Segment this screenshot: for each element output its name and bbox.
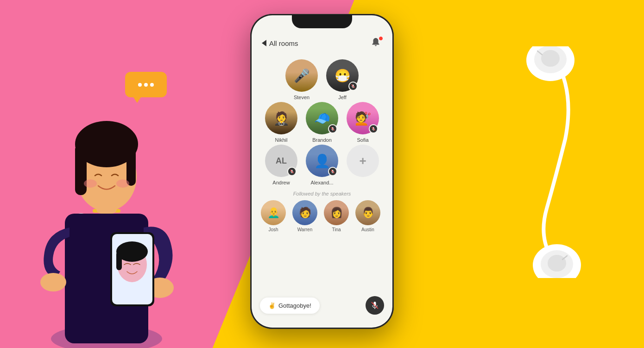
follower-item-tina: 👩 Tina [323,200,350,232]
brandon-avatar-wrapper: 🧢 [306,102,338,134]
all-rooms-title: All rooms [269,39,298,47]
follower-item-josh: 👨‍🦲 Josh [260,200,287,232]
brandon-mic-muted-icon [328,124,337,133]
andrew-name: Andrew [272,180,290,185]
app-header: All rooms [252,32,392,55]
gottagobye-emoji: ✌️ [268,302,276,309]
phone-device: All rooms 🎤 [250,14,394,329]
notification-badge [379,36,383,41]
add-speaker-button[interactable]: + [347,145,379,177]
andrew-mic-muted-icon [287,167,297,176]
bottom-action-bar: ✌️ Gottagobye! [252,296,392,315]
austin-name: Austin [361,227,374,232]
josh-avatar[interactable]: 👨‍🦲 [261,200,286,225]
mute-microphone-button[interactable] [366,296,384,315]
svg-rect-15 [116,252,122,270]
alexander-name: Alexand... [311,180,334,185]
follower-item-austin: 👨 Austin [354,200,381,232]
alexander-avatar-wrapper: 👤 [306,145,338,177]
add-speaker-item: + [346,145,379,185]
speaker-item-brandon: 🧢 Brandon [305,102,339,143]
tina-avatar[interactable]: 👩 [324,200,349,225]
speaker-item-alexander: 👤 Alexand... [305,145,339,185]
speaker-item-steven: 🎤 Steven [285,59,318,100]
back-navigation[interactable]: All rooms [262,39,298,47]
josh-name: Josh [268,227,278,232]
speakers-section: 🎤 Steven 😷 [252,55,392,185]
earphone-illustration [482,46,630,278]
speaker-item-nikhil: 🤵 Nikhil [265,102,298,143]
brandon-name: Brandon [312,137,332,143]
sofia-avatar-wrapper: 💇 [347,102,379,134]
tina-name: Tina [332,227,341,232]
nikhil-avatar-wrapper: 🤵 [265,102,297,134]
speakers-row-3: AL Andrew [259,145,385,185]
person-illustration [19,51,195,348]
back-chevron-icon [262,40,266,46]
steven-name: Steven [294,95,309,100]
followers-section: 👨‍🦲 Josh 🧑 Warren 👩 Tina 👨 Austin [252,200,392,232]
app-content: 🎤 Steven 😷 [252,55,392,328]
speakers-row-1: 🎤 Steven 😷 [259,59,385,100]
nikhil-name: Nikhil [275,137,288,143]
steven-avatar-wrapper: 🎤 [285,59,318,92]
nikhil-avatar[interactable]: 🤵 [265,102,297,134]
jeff-mic-muted-icon [348,82,358,91]
sofia-mic-muted-icon [369,124,378,133]
warren-name: Warren [297,227,312,232]
gottagobye-label: Gottagobye! [278,302,311,309]
svg-point-31 [541,50,560,67]
andrew-avatar-wrapper: AL [265,145,297,177]
add-speaker-wrapper: + [347,145,379,177]
speakers-row-2: 🤵 Nikhil 🧢 [259,102,385,143]
steven-avatar[interactable]: 🎤 [285,59,318,92]
phone-screen: All rooms 🎤 [252,15,392,328]
svg-rect-7 [126,144,136,186]
jeff-avatar-wrapper: 😷 [326,59,359,92]
svg-point-35 [548,255,566,272]
jeff-name: Jeff [338,95,347,100]
speaker-item-andrew: AL Andrew [265,145,298,185]
svg-point-16 [40,273,66,291]
followers-section-label: Followed by the speakers [252,191,392,196]
speaker-item-jeff: 😷 Jeff [326,59,359,100]
gottagobye-button[interactable]: ✌️ Gottagobye! [260,297,320,314]
sofia-name: Sofia [357,137,368,143]
speaker-item-sofia: 💇 Sofia [346,102,379,143]
phone-notch [292,15,352,28]
svg-point-8 [84,179,97,188]
warren-avatar[interactable]: 🧑 [292,200,317,225]
svg-rect-6 [75,144,87,195]
alexander-mic-muted-icon [328,167,337,176]
austin-avatar[interactable]: 👨 [355,200,380,225]
notification-bell-button[interactable] [370,37,382,49]
svg-point-9 [116,179,129,188]
follower-item-warren: 🧑 Warren [291,200,318,232]
phone-body: All rooms 🎤 [250,14,394,329]
